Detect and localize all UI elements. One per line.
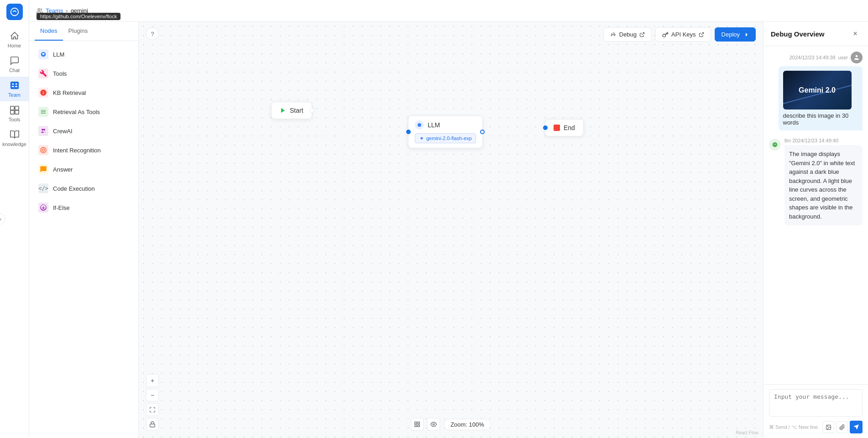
debug-input-footer: ⌘ Send / ⌥ New line	[769, 421, 863, 433]
user-message-bubble: Gemini 2.0 describe this image in 30 wor…	[779, 66, 863, 130]
debug-external-icon	[639, 32, 645, 37]
lock-button[interactable]	[146, 418, 159, 431]
sidebar-item-tools[interactable]: Tools	[0, 101, 29, 126]
svg-line-12	[642, 32, 644, 35]
debug-message-input[interactable]	[769, 389, 863, 417]
tab-nodes[interactable]: Nodes	[35, 22, 63, 41]
kb-retrieval-icon	[38, 88, 48, 98]
llm-name: llm	[784, 138, 791, 143]
node-item-kb-retrieval[interactable]: KB Retrieval	[33, 83, 135, 102]
canvas-area[interactable]: ? Debug API Keys Deploy	[139, 22, 763, 438]
tab-plugins[interactable]: Plugins	[63, 22, 94, 41]
attach-file-button[interactable]	[836, 421, 848, 433]
llm-avatar-icon	[771, 141, 779, 148]
sidebar-item-tools-label: Tools	[9, 117, 21, 122]
llm-node[interactable]: LLM gemini-2.0-flash-exp	[408, 115, 483, 148]
zoom-in-button[interactable]: +	[146, 374, 159, 387]
flow-connections	[139, 22, 276, 90]
node-item-tools[interactable]: Tools	[33, 64, 135, 83]
svg-point-16	[421, 137, 423, 140]
crewai-icon	[38, 126, 48, 136]
svg-rect-5	[15, 106, 18, 110]
fit-view-button[interactable]	[146, 403, 159, 416]
canvas-controls: + −	[146, 374, 159, 431]
sidebar-item-team-label: Team	[8, 92, 21, 98]
node-item-crewai-label: CrewAI	[53, 128, 73, 135]
svg-rect-4	[10, 106, 14, 110]
model-icon	[419, 136, 424, 141]
node-item-code-execution[interactable]: </> Code Execution	[33, 179, 135, 198]
tools-icon	[10, 105, 20, 115]
grid-button[interactable]	[411, 418, 424, 431]
svg-point-10	[42, 129, 43, 130]
node-item-if-else[interactable]: If-Else	[33, 198, 135, 217]
svg-line-13	[701, 32, 704, 35]
eye-icon	[430, 421, 437, 428]
sidebar-item-knowledge[interactable]: knowledge	[0, 126, 29, 151]
node-item-crewai[interactable]: CrewAI	[33, 121, 135, 141]
api-keys-label: API Keys	[671, 31, 695, 38]
user-avatar	[851, 52, 863, 63]
help-button[interactable]: ?	[146, 27, 159, 40]
llm-model-label: gemini-2.0-flash-exp	[426, 136, 472, 141]
svg-rect-19	[418, 422, 419, 424]
user-role: user	[838, 55, 848, 60]
sidebar-item-knowledge-label: knowledge	[2, 141, 26, 147]
svg-point-8	[38, 8, 40, 10]
intent-recognition-icon	[38, 145, 48, 155]
svg-point-24	[773, 142, 778, 147]
svg-rect-6	[10, 110, 14, 114]
svg-point-3	[15, 83, 17, 85]
svg-rect-21	[418, 425, 419, 427]
user-message-image: Gemini 2.0	[783, 71, 852, 110]
node-item-retrieval-as-tools[interactable]: Retrieval As Tools	[33, 102, 135, 121]
debug-icon	[610, 31, 617, 38]
retrieval-as-tools-icon	[38, 107, 48, 117]
node-item-intent-recognition[interactable]: Intent Recognition	[33, 141, 135, 160]
answer-icon	[38, 164, 48, 174]
llm-model-badge[interactable]: gemini-2.0-flash-exp	[415, 133, 476, 143]
eye-button[interactable]	[427, 418, 440, 431]
zoom-out-button[interactable]: −	[146, 389, 159, 402]
main-container: Teams › gemini https://github.com/Onelev…	[29, 0, 868, 438]
api-keys-icon	[662, 31, 669, 38]
end-node-label: End	[564, 124, 575, 131]
svg-rect-17	[150, 424, 155, 427]
team-icon	[10, 80, 20, 90]
node-item-llm[interactable]: LLM	[33, 45, 135, 64]
llm-timestamp: 2024/12/23 14:49:40	[792, 138, 838, 143]
sidebar-item-chat-label: Chat	[9, 68, 20, 73]
debug-hint: ⌘ Send / ⌥ New line	[769, 424, 818, 430]
llm-right-connector	[480, 130, 485, 134]
sidebar-item-chat[interactable]: Chat	[0, 52, 29, 77]
node-item-answer[interactable]: Answer	[33, 160, 135, 179]
node-item-if-else-label: If-Else	[53, 204, 70, 211]
sidebar-item-team[interactable]: Team	[0, 77, 29, 101]
debug-panel-close-button[interactable]: ×	[850, 28, 861, 39]
svg-point-22	[433, 423, 434, 425]
svg-point-11	[43, 129, 45, 130]
app-logo	[6, 4, 23, 20]
send-message-button[interactable]	[850, 421, 863, 433]
llm-node-header: LLM	[415, 120, 476, 130]
start-node[interactable]: Start	[271, 102, 312, 119]
node-item-answer-label: Answer	[53, 166, 73, 173]
sidebar-item-home[interactable]: Home	[0, 27, 29, 52]
api-keys-button[interactable]: API Keys	[655, 27, 711, 42]
svg-point-26	[827, 426, 828, 427]
attach-image-button[interactable]	[822, 421, 834, 433]
debug-button[interactable]: Debug	[603, 27, 652, 42]
llm-node-icon	[415, 120, 424, 130]
code-execution-icon: </>	[38, 183, 48, 193]
llm-message-text: The image displays "Gemini 2.0" in white…	[784, 145, 863, 225]
node-panel-tabs: Nodes Plugins	[29, 22, 138, 41]
llm-message-content: llm 2024/12/23 14:49:40 The image displa…	[784, 138, 863, 225]
file-attach-icon	[839, 424, 845, 430]
llm-node-label: LLM	[428, 121, 440, 129]
deploy-button[interactable]: Deploy	[715, 27, 756, 42]
node-list: LLM Tools KB Retrieval	[29, 41, 138, 438]
canvas-toolbar: Debug API Keys Deploy	[603, 27, 756, 42]
start-play-icon	[280, 107, 286, 114]
grid-icon	[414, 421, 420, 428]
end-node[interactable]: End	[545, 119, 584, 136]
